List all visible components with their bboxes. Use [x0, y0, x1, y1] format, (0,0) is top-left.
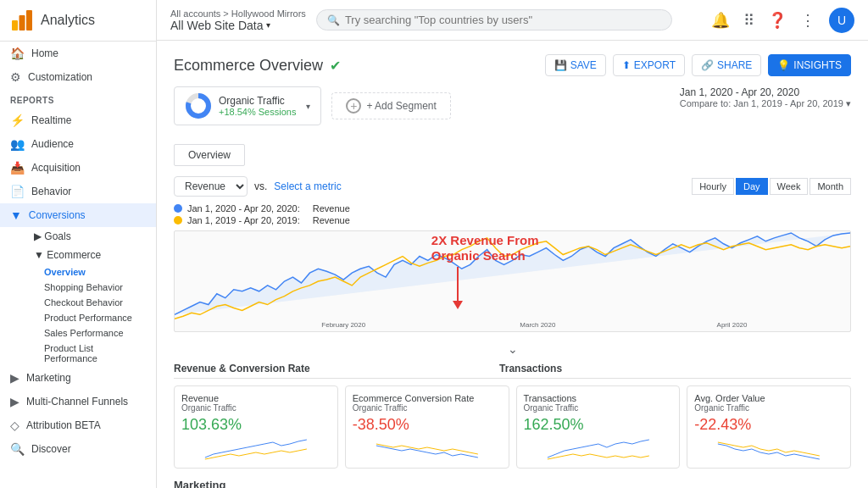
search-input[interactable] [345, 14, 661, 26]
sidebar-sales-perf-label: Sales Performance [44, 328, 124, 338]
svg-text:March 2020: March 2020 [520, 321, 556, 329]
mini-chart-avg-order [694, 437, 843, 461]
chart-area: February 2020 March 2020 April 2020 2X R… [174, 230, 851, 332]
metrics-section-title: Revenue & Conversion Rate Transactions [174, 363, 851, 379]
page-title-row: Ecommerce Overview ✔ [174, 57, 341, 75]
sidebar-item-acquisition[interactable]: 📥 Acquisition [0, 156, 156, 180]
page-header: Ecommerce Overview ✔ 💾 SAVE ⬆ EXPORT 🔗 S… [174, 54, 851, 76]
main-area: All accounts > Hollywood Mirrors All Web… [157, 0, 868, 488]
search-bar[interactable]: 🔍 [316, 9, 672, 30]
metric-value-transactions: 162.50% [524, 416, 673, 434]
metrics-section: Revenue & Conversion Rate Transactions R… [174, 363, 851, 469]
sidebar-item-realtime[interactable]: ⚡ Realtime [0, 108, 156, 132]
metric-title-transactions: Transactions [524, 393, 673, 403]
grid-icon[interactable]: ⠿ [743, 11, 754, 30]
segment-change: +18.54% Sessions [219, 107, 296, 117]
more-icon[interactable]: ⋮ [800, 11, 815, 30]
help-icon[interactable]: ❓ [768, 11, 787, 30]
time-btn-hourly[interactable]: Hourly [692, 178, 734, 195]
legend-item-2020: Jan 1, 2020 - Apr 20, 2020: Revenue [174, 203, 851, 214]
sidebar-conversions-submenu: ▶ Goals ▼ Ecommerce Overview Shopping Be… [0, 227, 156, 366]
sidebar: Analytics 🏠 Home ⚙ Customization REPORTS… [0, 0, 157, 488]
metric-subtitle-revenue: Organic Traffic [181, 403, 331, 413]
revenue-conversion-title: Revenue & Conversion Rate [174, 363, 310, 374]
verified-check-icon: ✔ [330, 58, 341, 74]
compare-date-range: Compare to: Jan 1, 2019 - Apr 20, 2019 ▾ [680, 98, 851, 109]
metric-card-transactions: Transactions Organic Traffic 162.50% [516, 385, 681, 469]
sidebar-sub-goals[interactable]: ▶ Goals [24, 227, 156, 246]
sidebar-sales-performance[interactable]: Sales Performance [34, 325, 156, 341]
bell-icon[interactable]: 🔔 [711, 11, 730, 30]
user-avatar[interactable]: U [829, 8, 854, 33]
date-range: Jan 1, 2020 - Apr 20, 2020 Compare to: J… [680, 86, 851, 109]
svg-text:February 2020: February 2020 [321, 321, 365, 329]
sidebar-product-performance[interactable]: Product Performance [34, 310, 156, 325]
svg-rect-2 [26, 10, 32, 30]
sidebar-item-home[interactable]: 🏠 Home [0, 42, 156, 65]
sidebar-item-mcf[interactable]: ▶ Multi-Channel Funnels [0, 390, 156, 413]
segments-date-row: Organic Traffic +18.54% Sessions ▾ + + A… [174, 86, 851, 136]
sidebar-ecomm-overview[interactable]: Overview [34, 264, 156, 280]
organic-traffic-segment: Organic Traffic +18.54% Sessions ▾ [174, 86, 321, 125]
time-buttons: Hourly Day Week Month [692, 178, 851, 195]
share-label: SHARE [717, 59, 752, 71]
metric-dropdown[interactable]: Revenue [174, 176, 248, 197]
segments-row: Organic Traffic +18.54% Sessions ▾ + + A… [174, 86, 451, 125]
time-btn-week[interactable]: Week [770, 178, 809, 195]
line-chart-svg: February 2020 March 2020 April 2020 [175, 231, 850, 331]
vs-label: vs. [254, 180, 267, 192]
chart-collapse-handle[interactable]: ⌄ [174, 342, 851, 356]
sidebar-checkout-behavior[interactable]: Checkout Behavior [34, 295, 156, 310]
sidebar-item-marketing[interactable]: ▶ Marketing [0, 366, 156, 390]
topbar-icons: 🔔 ⠿ ❓ ⋮ U [711, 8, 854, 33]
metric-subtitle-conversion: Organic Traffic [353, 403, 502, 413]
sidebar-ecommerce-label: Ecommerce [47, 249, 101, 261]
chart-controls: Revenue vs. Select a metric Hourly Day W… [174, 176, 851, 197]
share-button[interactable]: 🔗 SHARE [692, 54, 761, 76]
add-segment-label: + Add Segment [366, 100, 436, 112]
sidebar-sub-ecommerce[interactable]: ▼ Ecommerce [24, 246, 156, 264]
sidebar-item-customization[interactable]: ⚙ Customization [0, 65, 156, 89]
segment-info: Organic Traffic +18.54% Sessions [219, 95, 296, 117]
metric-card-conversion-rate: Ecommerce Conversion Rate Organic Traffi… [345, 385, 509, 469]
current-date-range[interactable]: Jan 1, 2020 - Apr 20, 2020 [680, 86, 851, 98]
dropdown-arrow-icon: ▾ [266, 20, 270, 30]
sidebar-acquisition-label: Acquisition [31, 162, 81, 174]
add-segment-icon: + [346, 98, 361, 114]
save-button[interactable]: 💾 SAVE [545, 54, 606, 76]
sidebar-item-behavior[interactable]: 📄 Behavior [0, 180, 156, 203]
insights-button[interactable]: 💡 INSIGHTS [768, 54, 851, 76]
export-button[interactable]: ⬆ EXPORT [613, 54, 685, 76]
sidebar-item-attribution[interactable]: ◇ Attribution BETA [0, 413, 156, 437]
home-icon: 🏠 [10, 47, 25, 60]
content-area: Ecommerce Overview ✔ 💾 SAVE ⬆ EXPORT 🔗 S… [157, 41, 868, 488]
sidebar-app-title: Analytics [41, 13, 95, 28]
sidebar-behavior-label: Behavior [31, 186, 71, 197]
ga-logo-icon [10, 8, 34, 32]
sidebar-product-list-label: Product List Performance [44, 343, 97, 363]
sidebar-mcf-label: Multi-Channel Funnels [26, 396, 128, 408]
account-selector[interactable]: All Web Site Data [170, 19, 263, 32]
time-btn-month[interactable]: Month [810, 178, 851, 195]
sidebar-shopping-behavior[interactable]: Shopping Behavior [34, 280, 156, 295]
sidebar-item-conversions[interactable]: ▼ Conversions [0, 203, 156, 227]
sidebar-item-discover[interactable]: 🔍 Discover [0, 437, 156, 461]
legend-item-2019: Jan 1, 2019 - Apr 20, 2019: Revenue [174, 215, 851, 225]
metric-title-conversion: Ecommerce Conversion Rate [353, 393, 502, 403]
sidebar-conversions-label: Conversions [29, 209, 86, 221]
export-icon: ⬆ [622, 59, 631, 71]
sidebar-shopping-label: Shopping Behavior [44, 282, 123, 292]
sidebar-item-audience[interactable]: 👥 Audience [0, 132, 156, 156]
add-segment-button[interactable]: + + Add Segment [331, 92, 450, 119]
sidebar-product-list-performance[interactable]: Product List Performance [34, 341, 156, 366]
segment-dropdown-arrow-icon[interactable]: ▾ [306, 102, 310, 111]
sidebar-home-label: Home [31, 47, 58, 59]
legend-dot-2020 [174, 204, 182, 213]
sidebar-audience-label: Audience [31, 138, 74, 150]
time-btn-day[interactable]: Day [736, 178, 768, 195]
save-icon: 💾 [554, 59, 567, 71]
select-metric-link[interactable]: Select a metric [274, 180, 341, 192]
page-title: Ecommerce Overview [174, 57, 323, 75]
overview-tab[interactable]: Overview [174, 144, 245, 166]
mini-chart-conversion [353, 437, 502, 461]
